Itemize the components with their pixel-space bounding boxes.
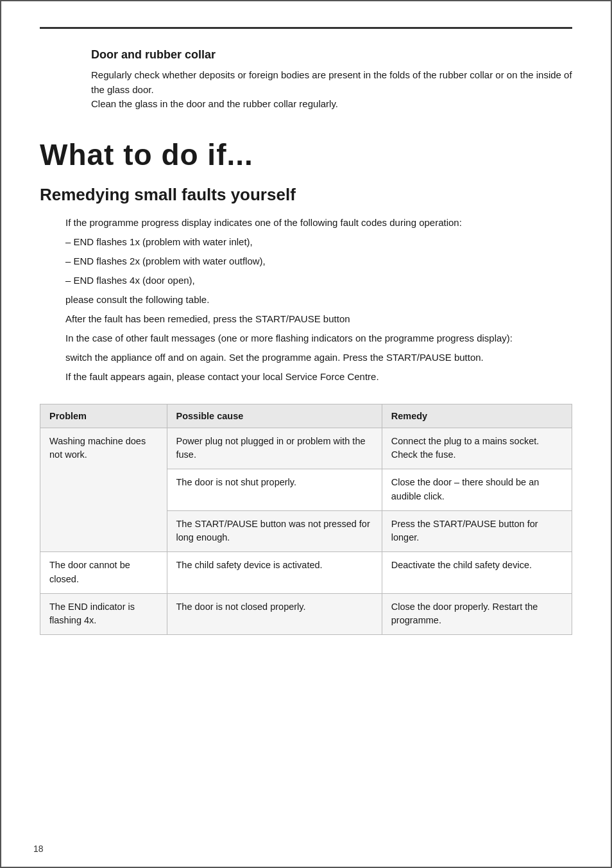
door-section-title: Door and rubber collar <box>91 48 572 62</box>
remedying-section: Remedying small faults yourself If the p… <box>40 185 572 636</box>
remedying-heading: Remedying small faults yourself <box>40 185 572 205</box>
remedying-body: If the programme progress display indica… <box>40 215 572 385</box>
page: Door and rubber collar Regularly check w… <box>0 0 612 868</box>
remedy-cell-3a: Close the door properly. Restart the pro… <box>382 593 572 635</box>
table-row: The END indicator is flashing 4x. The do… <box>40 593 572 635</box>
remedying-p3: – END flashes 2x (problem with water out… <box>65 254 572 269</box>
cause-cell-1a: Power plug not plugged in or problem wit… <box>167 428 382 469</box>
what-to-do-section: What to do if... <box>40 137 572 172</box>
problem-cell-3: The END indicator is flashing 4x. <box>40 593 167 635</box>
door-section: Door and rubber collar Regularly check w… <box>40 48 572 112</box>
table-row: Washing machine does not work. Power plu… <box>40 428 572 469</box>
cause-cell-3a: The door is not closed properly. <box>167 593 382 635</box>
problem-cell-1: Washing machine does not work. <box>40 428 167 552</box>
cause-cell-1b: The door is not shut properly. <box>167 469 382 511</box>
remedying-p4: – END flashes 4x (door open), <box>65 273 572 288</box>
problem-cell-2: The door cannot be closed. <box>40 552 167 594</box>
col-cause: Possible cause <box>167 404 382 428</box>
remedying-p9: If the fault appears again, please conta… <box>65 369 572 385</box>
remedying-p2: – END flashes 1x (problem with water inl… <box>65 234 572 250</box>
remedying-p8: switch the appliance off and on again. S… <box>65 350 572 365</box>
table-header-row: Problem Possible cause Remedy <box>40 404 572 428</box>
remedying-p7: In the case of other fault messages (one… <box>65 331 572 346</box>
remedying-p1: If the programme progress display indica… <box>65 215 572 230</box>
cause-cell-2a: The child safety device is activated. <box>167 552 382 594</box>
remedy-cell-1b: Close the door – there should be an audi… <box>382 469 572 511</box>
col-remedy: Remedy <box>382 404 572 428</box>
remedy-cell-2a: Deactivate the child safety device. <box>382 552 572 594</box>
top-border <box>40 27 572 29</box>
fault-table: Problem Possible cause Remedy Washing ma… <box>40 404 572 636</box>
cause-cell-1c: The START/PAUSE button was not pressed f… <box>167 510 382 552</box>
remedy-cell-1a: Connect the plug to a mains socket. Chec… <box>382 428 572 469</box>
remedying-p6: After the fault has been remedied, press… <box>65 311 572 327</box>
page-number: 18 <box>33 844 44 854</box>
door-section-body: Regularly check whether deposits or fore… <box>91 68 572 112</box>
table-row: The door cannot be closed. The child saf… <box>40 552 572 594</box>
col-problem: Problem <box>40 404 167 428</box>
remedy-cell-1c: Press the START/PAUSE button for longer. <box>382 510 572 552</box>
main-heading: What to do if... <box>40 137 572 172</box>
remedying-p5: please consult the following table. <box>65 292 572 308</box>
